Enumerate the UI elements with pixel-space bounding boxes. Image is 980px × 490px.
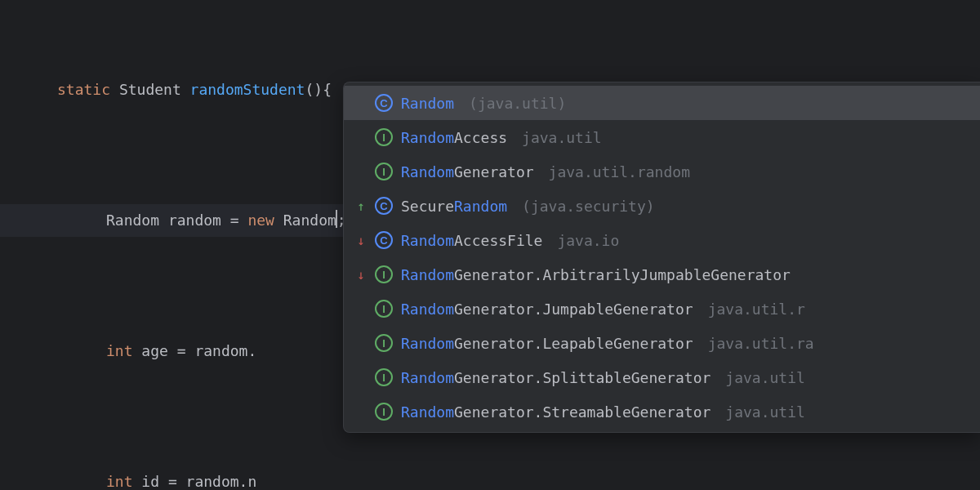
autocomplete-item[interactable]: ↑CSecureRandomjava.security <box>344 189 980 223</box>
completion-package: java.util.r <box>708 301 805 318</box>
completion-package: java.util <box>522 129 602 146</box>
autocomplete-item[interactable]: ↓CRandomAccessFilejava.io <box>344 223 980 257</box>
code-line[interactable]: int id = random.n <box>0 466 980 490</box>
completion-name: RandomGenerator.JumpableGenerator <box>401 301 693 318</box>
autocomplete-item[interactable]: IRandomGenerator.SplittableGeneratorjava… <box>344 360 980 394</box>
priority-down-icon: ↓ <box>355 233 367 248</box>
autocomplete-popup[interactable]: CRandomjava.utilIRandomAccessjava.utilIR… <box>343 82 980 433</box>
completion-name: RandomGenerator.ArbitrarilyJumpableGener… <box>401 266 791 283</box>
completion-name: RandomGenerator.SplittableGenerator <box>401 369 710 386</box>
priority-down-icon: ↓ <box>355 267 367 283</box>
type: Student <box>119 81 181 98</box>
completion-name: RandomGenerator.StreamableGenerator <box>401 403 710 421</box>
completion-package: java.util <box>725 369 805 386</box>
class-ref: Random <box>283 212 336 229</box>
type: Random <box>106 212 159 229</box>
completion-name: SecureRandom <box>401 198 507 215</box>
completion-name: Random <box>401 95 454 112</box>
class-icon: C <box>375 197 393 215</box>
autocomplete-item[interactable]: IRandomGenerator.LeapableGeneratorjava.u… <box>344 326 980 360</box>
completion-name: RandomAccessFile <box>401 232 542 249</box>
keyword: static <box>57 81 110 98</box>
interface-icon: I <box>375 265 393 283</box>
identifier: random <box>168 212 221 229</box>
completion-name: RandomGenerator <box>401 163 534 180</box>
completion-package: java.util.random <box>549 163 690 180</box>
completion-package: java.security <box>522 198 655 215</box>
keyword: new <box>247 212 274 229</box>
completion-package: java.util <box>469 95 566 112</box>
completion-name: RandomAccess <box>401 129 507 146</box>
completion-package: java.io <box>557 232 619 249</box>
autocomplete-item[interactable]: IRandomGenerator.JumpableGeneratorjava.u… <box>344 292 980 326</box>
completion-package: java.util <box>725 403 805 421</box>
method-name: randomStudent <box>190 81 305 98</box>
priority-up-icon: ↑ <box>355 198 367 214</box>
keyword: int <box>106 473 133 490</box>
autocomplete-item[interactable]: IRandomGeneratorjava.util.random <box>344 154 980 189</box>
autocomplete-item[interactable]: IRandomGenerator.StreamableGeneratorjava… <box>344 394 980 429</box>
class-icon: C <box>375 94 393 112</box>
completion-package: java.util.ra <box>708 335 814 352</box>
interface-icon: I <box>375 163 393 180</box>
interface-icon: I <box>375 334 393 352</box>
autocomplete-item[interactable]: CRandomjava.util <box>344 86 980 120</box>
punct: (){ <box>305 81 332 98</box>
interface-icon: I <box>375 128 393 146</box>
interface-icon: I <box>375 300 393 318</box>
interface-icon: I <box>375 403 393 421</box>
autocomplete-item[interactable]: IRandomAccessjava.util <box>344 120 980 154</box>
class-icon: C <box>375 231 393 249</box>
completion-name: RandomGenerator.LeapableGenerator <box>401 335 693 352</box>
interface-icon: I <box>375 368 393 386</box>
keyword: int <box>106 342 133 359</box>
autocomplete-item[interactable]: ↓IRandomGenerator.ArbitrarilyJumpableGen… <box>344 257 980 292</box>
